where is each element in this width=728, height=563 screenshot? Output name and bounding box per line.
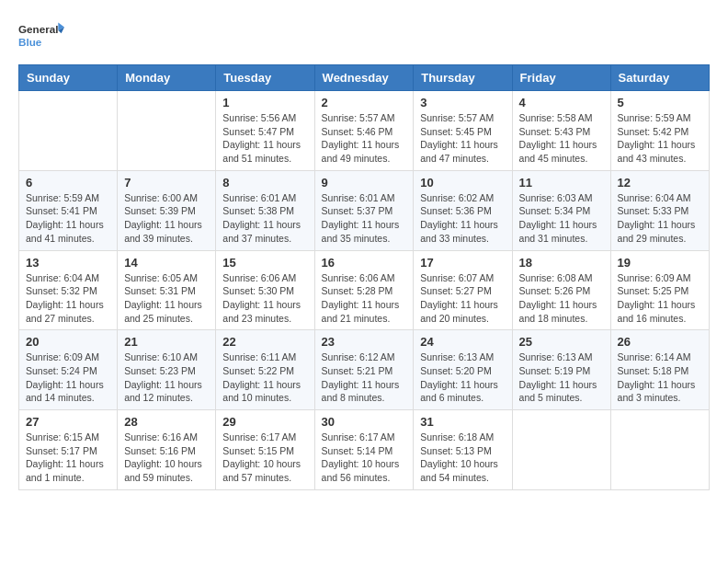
weekday-header-thursday: Thursday: [414, 65, 512, 91]
day-detail: Sunrise: 6:17 AM Sunset: 5:15 PM Dayligh…: [222, 431, 307, 485]
day-cell: 19Sunrise: 6:09 AM Sunset: 5:25 PM Dayli…: [610, 250, 709, 330]
day-cell: [610, 410, 709, 490]
day-cell: 10Sunrise: 6:02 AM Sunset: 5:36 PM Dayli…: [414, 170, 512, 250]
weekday-header-monday: Monday: [118, 65, 216, 91]
day-number: 25: [519, 335, 604, 349]
day-detail: Sunrise: 5:56 AM Sunset: 5:47 PM Dayligh…: [222, 111, 307, 166]
day-detail: Sunrise: 6:04 AM Sunset: 5:33 PM Dayligh…: [618, 191, 702, 246]
day-number: 20: [26, 335, 110, 349]
day-detail: Sunrise: 6:17 AM Sunset: 5:14 PM Dayligh…: [322, 431, 407, 485]
day-detail: Sunrise: 6:02 AM Sunset: 5:36 PM Dayligh…: [420, 191, 505, 246]
day-cell: 4Sunrise: 5:58 AM Sunset: 5:43 PM Daylig…: [512, 91, 610, 171]
day-detail: Sunrise: 6:06 AM Sunset: 5:30 PM Dayligh…: [222, 271, 307, 326]
day-cell: 27Sunrise: 6:15 AM Sunset: 5:17 PM Dayli…: [19, 410, 118, 490]
day-number: 13: [26, 256, 110, 270]
day-number: 12: [618, 176, 702, 190]
weekday-header-wednesday: Wednesday: [314, 65, 414, 91]
day-detail: Sunrise: 5:57 AM Sunset: 5:46 PM Dayligh…: [322, 111, 407, 166]
svg-text:Blue: Blue: [18, 36, 42, 48]
day-cell: 31Sunrise: 6:18 AM Sunset: 5:13 PM Dayli…: [414, 410, 512, 490]
day-cell: [512, 410, 610, 490]
day-number: 10: [420, 176, 505, 190]
day-cell: 6Sunrise: 5:59 AM Sunset: 5:41 PM Daylig…: [19, 170, 118, 250]
day-detail: Sunrise: 6:06 AM Sunset: 5:28 PM Dayligh…: [322, 271, 407, 326]
day-number: 23: [322, 335, 407, 349]
day-cell: 7Sunrise: 6:00 AM Sunset: 5:39 PM Daylig…: [118, 170, 216, 250]
day-number: 15: [222, 256, 307, 270]
day-detail: Sunrise: 6:09 AM Sunset: 5:25 PM Dayligh…: [618, 271, 702, 326]
day-cell: 20Sunrise: 6:09 AM Sunset: 5:24 PM Dayli…: [19, 330, 118, 410]
day-number: 30: [322, 415, 407, 429]
day-number: 19: [618, 256, 702, 270]
day-number: 18: [519, 256, 604, 270]
day-detail: Sunrise: 6:07 AM Sunset: 5:27 PM Dayligh…: [420, 271, 505, 326]
day-number: 28: [124, 415, 209, 429]
day-number: 29: [222, 415, 307, 429]
day-cell: 12Sunrise: 6:04 AM Sunset: 5:33 PM Dayli…: [610, 170, 709, 250]
day-cell: 21Sunrise: 6:10 AM Sunset: 5:23 PM Dayli…: [118, 330, 216, 410]
day-cell: 30Sunrise: 6:17 AM Sunset: 5:14 PM Dayli…: [314, 410, 414, 490]
day-detail: Sunrise: 6:15 AM Sunset: 5:17 PM Dayligh…: [26, 431, 110, 485]
day-cell: 14Sunrise: 6:05 AM Sunset: 5:31 PM Dayli…: [118, 250, 216, 330]
weekday-header-sunday: Sunday: [19, 65, 118, 91]
day-number: 27: [26, 415, 110, 429]
day-detail: Sunrise: 6:16 AM Sunset: 5:16 PM Dayligh…: [124, 431, 209, 485]
day-detail: Sunrise: 6:14 AM Sunset: 5:18 PM Dayligh…: [618, 350, 702, 405]
header: General Blue: [18, 18, 710, 55]
day-detail: Sunrise: 6:08 AM Sunset: 5:26 PM Dayligh…: [519, 271, 604, 326]
weekday-header-saturday: Saturday: [610, 65, 709, 91]
day-detail: Sunrise: 5:57 AM Sunset: 5:45 PM Dayligh…: [420, 111, 505, 166]
day-detail: Sunrise: 6:01 AM Sunset: 5:37 PM Dayligh…: [322, 191, 407, 246]
day-cell: 5Sunrise: 5:59 AM Sunset: 5:42 PM Daylig…: [610, 91, 709, 171]
day-cell: 26Sunrise: 6:14 AM Sunset: 5:18 PM Dayli…: [610, 330, 709, 410]
day-number: 14: [124, 256, 209, 270]
logo: General Blue: [18, 18, 64, 55]
day-cell: 15Sunrise: 6:06 AM Sunset: 5:30 PM Dayli…: [216, 250, 314, 330]
day-detail: Sunrise: 6:18 AM Sunset: 5:13 PM Dayligh…: [420, 431, 505, 485]
day-number: 4: [519, 96, 604, 109]
day-cell: 11Sunrise: 6:03 AM Sunset: 5:34 PM Dayli…: [512, 170, 610, 250]
day-cell: 25Sunrise: 6:13 AM Sunset: 5:19 PM Dayli…: [512, 330, 610, 410]
day-cell: 24Sunrise: 6:13 AM Sunset: 5:20 PM Dayli…: [414, 330, 512, 410]
week-row-3: 13Sunrise: 6:04 AM Sunset: 5:32 PM Dayli…: [19, 250, 710, 330]
day-number: 1: [222, 96, 307, 109]
day-cell: 2Sunrise: 5:57 AM Sunset: 5:46 PM Daylig…: [314, 91, 414, 171]
day-cell: 9Sunrise: 6:01 AM Sunset: 5:37 PM Daylig…: [314, 170, 414, 250]
day-detail: Sunrise: 6:13 AM Sunset: 5:20 PM Dayligh…: [420, 350, 505, 405]
day-cell: 17Sunrise: 6:07 AM Sunset: 5:27 PM Dayli…: [414, 250, 512, 330]
day-cell: [118, 91, 216, 171]
day-number: 26: [618, 335, 702, 349]
day-detail: Sunrise: 6:13 AM Sunset: 5:19 PM Dayligh…: [519, 350, 604, 405]
day-cell: 29Sunrise: 6:17 AM Sunset: 5:15 PM Dayli…: [216, 410, 314, 490]
day-cell: 22Sunrise: 6:11 AM Sunset: 5:22 PM Dayli…: [216, 330, 314, 410]
day-detail: Sunrise: 6:12 AM Sunset: 5:21 PM Dayligh…: [322, 350, 407, 405]
day-detail: Sunrise: 6:11 AM Sunset: 5:22 PM Dayligh…: [222, 350, 307, 405]
day-cell: 23Sunrise: 6:12 AM Sunset: 5:21 PM Dayli…: [314, 330, 414, 410]
day-number: 6: [26, 176, 110, 190]
day-number: 31: [420, 415, 505, 429]
day-number: 11: [519, 176, 604, 190]
week-row-2: 6Sunrise: 5:59 AM Sunset: 5:41 PM Daylig…: [19, 170, 710, 250]
day-cell: [19, 91, 118, 171]
day-number: 3: [420, 96, 505, 109]
calendar-table: SundayMondayTuesdayWednesdayThursdayFrid…: [18, 64, 710, 490]
day-cell: 8Sunrise: 6:01 AM Sunset: 5:38 PM Daylig…: [216, 170, 314, 250]
day-detail: Sunrise: 5:58 AM Sunset: 5:43 PM Dayligh…: [519, 111, 604, 166]
svg-text:General: General: [18, 23, 58, 35]
day-cell: 1Sunrise: 5:56 AM Sunset: 5:47 PM Daylig…: [216, 91, 314, 171]
weekday-header-row: SundayMondayTuesdayWednesdayThursdayFrid…: [19, 65, 710, 91]
day-number: 7: [124, 176, 209, 190]
week-row-5: 27Sunrise: 6:15 AM Sunset: 5:17 PM Dayli…: [19, 410, 710, 490]
day-detail: Sunrise: 5:59 AM Sunset: 5:42 PM Dayligh…: [618, 111, 702, 166]
day-number: 24: [420, 335, 505, 349]
day-number: 2: [322, 96, 407, 109]
day-number: 22: [222, 335, 307, 349]
day-detail: Sunrise: 6:00 AM Sunset: 5:39 PM Dayligh…: [124, 191, 209, 246]
day-number: 16: [322, 256, 407, 270]
week-row-1: 1Sunrise: 5:56 AM Sunset: 5:47 PM Daylig…: [19, 91, 710, 171]
day-detail: Sunrise: 6:10 AM Sunset: 5:23 PM Dayligh…: [124, 350, 209, 405]
weekday-header-friday: Friday: [512, 65, 610, 91]
day-cell: 18Sunrise: 6:08 AM Sunset: 5:26 PM Dayli…: [512, 250, 610, 330]
day-detail: Sunrise: 6:04 AM Sunset: 5:32 PM Dayligh…: [26, 271, 110, 326]
day-cell: 3Sunrise: 5:57 AM Sunset: 5:45 PM Daylig…: [414, 91, 512, 171]
